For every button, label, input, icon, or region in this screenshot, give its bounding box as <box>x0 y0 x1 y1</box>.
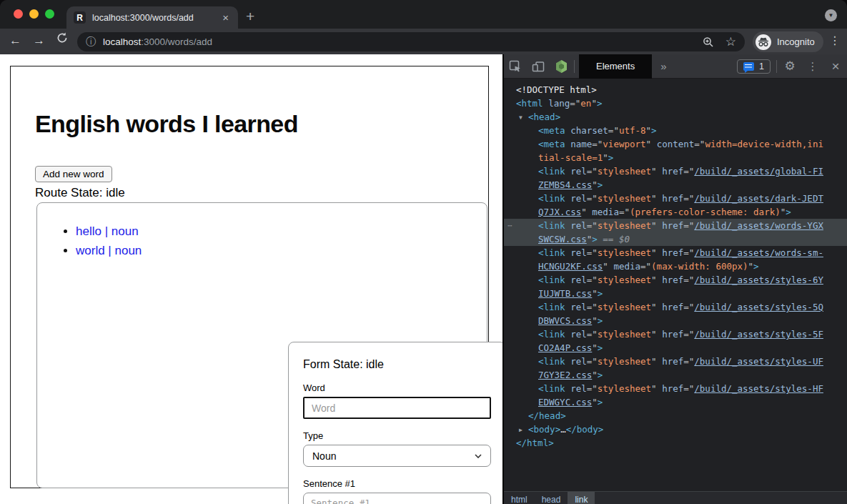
code-segment: =" <box>587 247 598 258</box>
code-line[interactable]: Q7JX.css" media="(prefers-color-scheme: … <box>504 205 847 219</box>
code-segment: == $0 <box>598 234 630 244</box>
code-line[interactable]: ▶<body>…</body> <box>504 423 847 436</box>
window-maximize-button[interactable] <box>45 9 54 19</box>
browser-menu-button[interactable]: ⋮ <box>829 34 841 47</box>
code-segment: > <box>592 234 598 244</box>
word-input[interactable] <box>303 397 491 419</box>
code-line[interactable]: <link rel="stylesheet" href="/build/_ass… <box>504 164 847 178</box>
reload-button[interactable] <box>56 32 68 44</box>
breadcrumb-head[interactable]: head <box>535 492 568 504</box>
new-tab-button[interactable]: + <box>246 8 254 25</box>
code-segment: " <box>651 275 657 285</box>
code-segment: =" <box>683 247 694 258</box>
code-segment <box>657 193 663 204</box>
settings-gear-icon[interactable]: ⚙ <box>778 57 801 76</box>
code-line[interactable]: <link rel="stylesheet" href="/build/_ass… <box>504 327 847 341</box>
page-info-icon[interactable]: ⓘ <box>86 36 96 49</box>
issues-counter[interactable]: 1 <box>737 59 771 74</box>
code-line[interactable]: ⋯<link rel="stylesheet" href="/build/_as… <box>504 219 847 232</box>
code-line[interactable]: </html> <box>504 436 847 450</box>
word-link[interactable]: hello | noun <box>76 224 139 238</box>
expand-arrow-right-icon[interactable]: ▶ <box>519 423 528 437</box>
code-segment: <link <box>538 329 565 340</box>
code-line[interactable]: tial-scale=1"> <box>504 151 847 164</box>
code-segment: " <box>591 98 597 109</box>
code-line[interactable]: <link rel="stylesheet" href="/build/_ass… <box>504 355 847 368</box>
code-line[interactable]: </head> <box>504 409 847 423</box>
tab-elements[interactable]: Elements <box>579 54 652 79</box>
more-panels-button[interactable]: » <box>652 60 675 72</box>
browser-tab[interactable]: R localhost:3000/words/add × <box>66 6 238 29</box>
devtools-menu-icon[interactable]: ⋮ <box>801 57 824 76</box>
chevron-down-icon <box>475 454 482 458</box>
sentence-textarea[interactable] <box>303 493 491 504</box>
code-line[interactable]: DBWVCS.css"> <box>504 314 847 327</box>
code-line[interactable]: <link rel="stylesheet" href="/build/_ass… <box>504 300 847 314</box>
code-line[interactable]: HCNGU2KF.css" media="(max-width: 600px)"… <box>504 260 847 273</box>
tab-search-button[interactable]: ▼ <box>825 9 837 21</box>
back-button[interactable]: ← <box>9 34 21 48</box>
code-segment <box>657 166 663 177</box>
code-segment: href <box>662 356 683 367</box>
add-new-word-button[interactable]: Add new word <box>35 166 112 182</box>
code-segment: stylesheet <box>598 383 651 394</box>
code-line[interactable]: 7GY3E2.css"> <box>504 368 847 382</box>
devtools-close-icon[interactable]: × <box>824 57 847 76</box>
code-segment: stylesheet <box>598 166 651 177</box>
code-segment: rel <box>570 383 587 394</box>
code-line[interactable]: <meta name="viewport" content="width=dev… <box>504 137 847 151</box>
nodejs-hexagon-icon <box>555 59 568 74</box>
app-container: English words I learned Add new word Rou… <box>10 66 489 488</box>
code-line[interactable]: <link rel="stylesheet" href="/build/_ass… <box>504 192 847 205</box>
forward-button[interactable]: → <box>33 34 45 48</box>
tab-close-icon[interactable]: × <box>220 11 231 24</box>
code-line[interactable]: <link rel="stylesheet" href="/build/_ass… <box>504 246 847 260</box>
word-link[interactable]: world | noun <box>76 244 142 257</box>
nodejs-devtools-button[interactable] <box>550 57 573 76</box>
code-segment: " <box>592 370 598 380</box>
address-bar[interactable]: ⓘ localhost:3000/words/add ☆ <box>77 32 745 51</box>
breadcrumb-html[interactable]: html <box>504 492 535 504</box>
window-close-button[interactable] <box>14 9 23 19</box>
code-segment: =" <box>640 261 651 272</box>
window-minimize-button[interactable] <box>29 9 39 19</box>
code-segment: rel <box>570 247 587 258</box>
code-line[interactable]: EDWGYC.css"> <box>504 395 847 409</box>
code-segment: =" <box>683 329 694 340</box>
code-segment: " <box>651 193 657 204</box>
code-segment: =" <box>683 166 694 177</box>
code-line[interactable]: <link rel="stylesheet" href="/build/_ass… <box>504 273 847 287</box>
code-line[interactable]: IUJWTB.css"> <box>504 287 847 300</box>
type-select[interactable]: Noun <box>303 445 491 467</box>
code-line[interactable]: <link rel="stylesheet" href="/build/_ass… <box>504 382 847 395</box>
code-segment: width=device-width,ini <box>705 139 823 149</box>
zoom-icon[interactable] <box>703 36 714 48</box>
breadcrumb-link[interactable]: link <box>568 492 595 504</box>
code-segment: rel <box>570 193 587 204</box>
code-line[interactable]: ▼<head> <box>504 110 847 124</box>
code-segment: > <box>598 179 603 190</box>
code-segment: =" <box>587 275 598 285</box>
code-line[interactable]: SWCSW.css"> == $0 <box>504 232 847 246</box>
incognito-icon <box>756 34 771 50</box>
toolbar-divider <box>574 60 575 73</box>
code-segment: rel <box>570 302 587 312</box>
code-line[interactable]: <html lang="en"> <box>504 97 847 110</box>
expand-arrow-down-icon[interactable]: ▼ <box>519 111 528 124</box>
code-line[interactable]: ZEMBS4.css"> <box>504 178 847 192</box>
bookmark-star-icon[interactable]: ☆ <box>725 34 736 49</box>
code-segment: IUJWTB.css <box>538 288 592 299</box>
code-segment: <head> <box>528 112 560 122</box>
inspect-element-button[interactable] <box>504 57 527 76</box>
device-toolbar-button[interactable] <box>527 57 550 76</box>
code-line[interactable]: <meta charset="utf-8"> <box>504 124 847 137</box>
code-line[interactable]: <!DOCTYPE html> <box>504 83 847 97</box>
code-segment: <link <box>538 356 565 367</box>
code-segment: =" <box>587 302 598 312</box>
code-segment: /build/_assets/styles-HF <box>694 383 823 394</box>
code-segment: <link <box>538 247 565 258</box>
code-segment: > <box>608 152 614 163</box>
issues-bubble-icon <box>743 62 754 71</box>
code-segment: <body> <box>528 424 560 435</box>
code-line[interactable]: CO2A4P.css"> <box>504 341 847 355</box>
